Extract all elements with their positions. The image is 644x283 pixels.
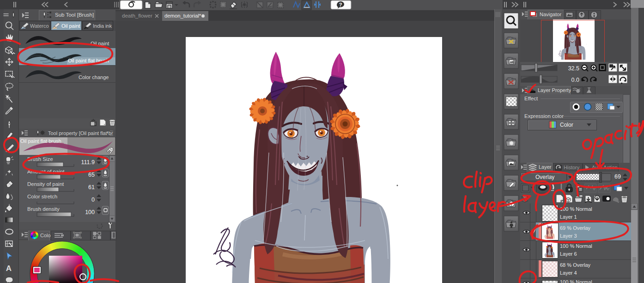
- svg-text:Brush Size: Brush Size: [27, 156, 53, 162]
- svg-text:111.9: 111.9: [81, 159, 95, 166]
- svg-text:Density of paint: Density of paint: [27, 181, 64, 187]
- svg-text:65: 65: [88, 172, 95, 178]
- svg-text:0.0: 0.0: [571, 77, 579, 83]
- svg-text:32.5: 32.5: [568, 65, 579, 72]
- svg-text:A: A: [6, 264, 12, 273]
- svg-text:Color: Color: [560, 122, 573, 128]
- svg-text:Color stretch: Color stretch: [27, 194, 57, 199]
- svg-text:?: ?: [339, 2, 342, 7]
- svg-text:100: 100: [85, 209, 95, 215]
- svg-text:Amount of paint: Amount of paint: [27, 169, 65, 174]
- svg-text:0: 0: [91, 197, 95, 203]
- svg-text:Brush density: Brush density: [27, 206, 60, 212]
- svg-text:61: 61: [88, 184, 95, 191]
